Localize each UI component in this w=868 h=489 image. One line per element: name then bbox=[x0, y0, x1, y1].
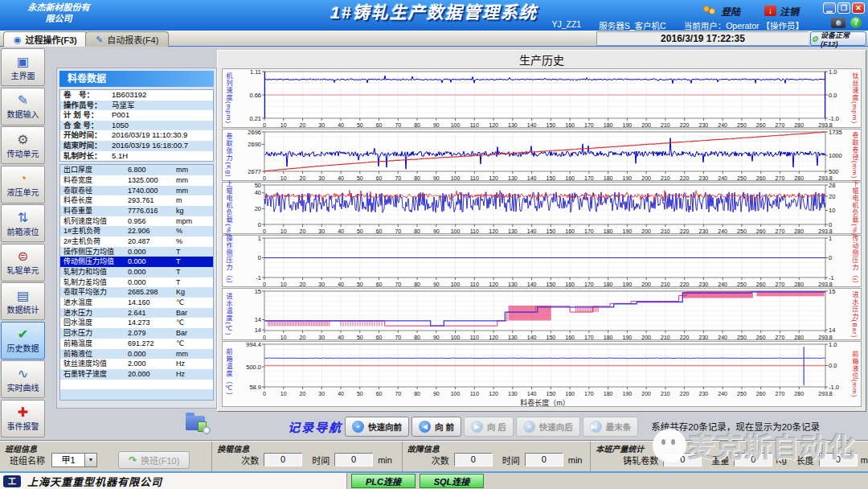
charts-container: 机列速度(mpm)钛丝速度(mpm)1.110.660.211.00.0-1.0… bbox=[222, 68, 862, 407]
record-nav-backward[interactable]: ◀向 前 bbox=[411, 417, 461, 437]
measurement-row[interactable]: 1#主机负荷22.906% bbox=[60, 226, 213, 236]
svg-text:140: 140 bbox=[527, 281, 537, 287]
screenshot-camera-icon[interactable] bbox=[831, 18, 845, 28]
coil-count-input[interactable]: 0 bbox=[663, 453, 702, 466]
sidebar-item-数据统计[interactable]: ▤数据统计 bbox=[1, 282, 45, 320]
length-input[interactable]: 0 bbox=[819, 453, 858, 466]
svg-text:110: 110 bbox=[470, 175, 479, 181]
plc-connection-button[interactable]: PLC连接 bbox=[351, 474, 416, 488]
svg-text:280: 280 bbox=[794, 281, 804, 287]
measurement-row[interactable]: 前箱液位0.000mm bbox=[60, 349, 213, 360]
device-status-button[interactable]: ⚙ 设备正常(F12) bbox=[810, 31, 866, 46]
login-users-icon bbox=[703, 6, 718, 16]
svg-text:260: 260 bbox=[756, 175, 766, 181]
measurement-row[interactable]: 轧制力和均值0.000T bbox=[60, 267, 213, 277]
measurement-row[interactable]: 料卷宽度1325.000mm bbox=[60, 175, 213, 186]
sidebar-item-主界面[interactable]: ▣主界面 bbox=[1, 48, 45, 86]
close-button[interactable]: ✕ bbox=[852, 2, 865, 14]
measurement-row[interactable]: 2#主机负荷20.487% bbox=[60, 236, 213, 247]
measurement-row[interactable]: 进水压力2.641Bar bbox=[60, 308, 213, 318]
svg-text:150: 150 bbox=[547, 335, 556, 340]
svg-text:80: 80 bbox=[414, 335, 420, 340]
change-shift-button[interactable]: ↷ 换班(F10) bbox=[118, 451, 190, 469]
svg-text:0: 0 bbox=[258, 221, 261, 228]
tab-auto-report[interactable]: ✎ 自动报表(F4) bbox=[85, 31, 169, 47]
measurement-row[interactable]: 卷取卷径1740.000mm bbox=[60, 186, 213, 196]
svg-text:180: 180 bbox=[604, 391, 613, 397]
svg-text:280: 280 bbox=[794, 175, 804, 181]
sidebar-item-历史数据[interactable]: ✔历史数据 bbox=[1, 322, 45, 360]
record-nav-fast-backward[interactable]: «快速向前 bbox=[345, 417, 409, 437]
svg-text:110: 110 bbox=[470, 335, 479, 340]
history-chart-headbox: 前箱温度（℃）前箱液位(mm)994.4500.058.91.00.0-1.00… bbox=[222, 341, 862, 407]
measurement-row[interactable]: 卷取平均张力2685.298Kg bbox=[60, 287, 213, 298]
wrench-icon: ⚙ bbox=[811, 35, 818, 43]
measurement-row[interactable]: 前箱温度691.272℃ bbox=[60, 339, 213, 349]
svg-text:110: 110 bbox=[470, 391, 479, 397]
measurement-row[interactable]: 出口厚度6.800mm bbox=[60, 165, 213, 175]
right-axis-label: 传动侧压力（t） bbox=[850, 234, 859, 287]
fault-time-input[interactable]: 0 bbox=[525, 453, 563, 466]
sidebar-item-轧辊单元[interactable]: ⊜轧辊单元 bbox=[1, 244, 45, 281]
history-title: 生产历史 bbox=[222, 52, 862, 68]
logout-button[interactable]: ↓ 注销 bbox=[764, 4, 799, 18]
shift-name-combo[interactable]: 甲1 ▼ bbox=[51, 453, 97, 467]
restore-button[interactable]: ❐ bbox=[837, 2, 850, 14]
svg-text:1.0: 1.0 bbox=[829, 69, 837, 76]
fault-count-input[interactable]: 0 bbox=[454, 453, 493, 466]
realtime-curve-icon: ∿ bbox=[18, 366, 28, 381]
svg-text:180: 180 bbox=[604, 281, 613, 287]
svg-text:180: 180 bbox=[604, 122, 613, 128]
sql-connection-button[interactable]: SQL连接 bbox=[420, 474, 484, 488]
measurement-row[interactable]: 钛丝速度均值2.000Hz bbox=[60, 359, 213, 369]
svg-text:0.66: 0.66 bbox=[249, 92, 261, 99]
coil-info-box: 卷 号：1B603192操作员号：马坚军计 划 号：P001合 金 号：1050… bbox=[59, 89, 214, 162]
measurement-row[interactable]: 回水压力2.079Bar bbox=[60, 328, 213, 339]
roll-change-count-input[interactable]: 0 bbox=[264, 453, 302, 466]
svg-text:20: 20 bbox=[300, 391, 306, 397]
svg-text:120: 120 bbox=[489, 228, 498, 234]
svg-text:160: 160 bbox=[565, 335, 575, 340]
measurement-row[interactable]: 传动侧压力均值0.000T bbox=[60, 257, 213, 267]
measurement-row[interactable]: 料卷重量7776.016kg bbox=[60, 206, 213, 216]
svg-text:230: 230 bbox=[699, 281, 709, 287]
tab-bar: ◉ 过程操作(F3) ✎ 自动报表(F4) 2016/3/19 17:22:35… bbox=[0, 31, 868, 47]
measurement-row[interactable]: 机列速度均值0.956mpm bbox=[60, 216, 213, 227]
sidebar-item-事件报警[interactable]: ✚事件报警 bbox=[1, 400, 45, 438]
svg-text:1: 1 bbox=[258, 236, 261, 242]
sidebar-item-液压单元[interactable]: ◔液压单元 bbox=[1, 166, 45, 203]
bottom-info-bar: 班组信息 班组名称 甲1 ▼ ↷ 换班(F10) 换辊信息 次数 0 时间 0 … bbox=[0, 441, 868, 471]
svg-text:40: 40 bbox=[338, 175, 344, 181]
measurement-row[interactable]: 操作侧压力均值0.000T bbox=[60, 247, 213, 257]
svg-text:170: 170 bbox=[584, 281, 594, 287]
measurement-row[interactable]: 进水温度14.160℃ bbox=[60, 298, 213, 308]
tab-process-operation[interactable]: ◉ 过程操作(F3) bbox=[3, 31, 88, 47]
login-button[interactable]: 登陆 bbox=[703, 4, 740, 18]
sidebar-item-实时曲线[interactable]: ∿实时曲线 bbox=[1, 360, 45, 398]
svg-text:100: 100 bbox=[451, 391, 461, 397]
sidebar-item-传动单元[interactable]: ⚙传动单元 bbox=[1, 126, 45, 164]
weight-input[interactable]: 0 bbox=[734, 453, 772, 466]
svg-text:220: 220 bbox=[680, 335, 690, 340]
svg-text:280: 280 bbox=[794, 335, 804, 340]
sidebar-item-数据输入[interactable]: ✎数据输入 bbox=[1, 88, 45, 125]
roll-change-time-input[interactable]: 0 bbox=[334, 453, 373, 466]
status-bar: 工 上海天重重型机器有限公司 PLC连接 SQL连接 bbox=[0, 471, 868, 489]
measurement-row[interactable]: 石墨转子速度20.000Hz bbox=[60, 369, 213, 380]
svg-text:500: 500 bbox=[829, 168, 839, 175]
history-chart-side-pressure: 操作侧压力（t）传动侧压力（t）10-110-10102030405060708… bbox=[222, 235, 862, 287]
measurement-row[interactable] bbox=[60, 389, 213, 400]
sidebar-item-前箱液位[interactable]: ⇅前箱液位 bbox=[1, 204, 45, 242]
help-icon[interactable]: ? bbox=[850, 17, 862, 28]
measurement-row[interactable]: 回水温度14.273℃ bbox=[60, 318, 213, 328]
combo-dropdown-icon[interactable]: ▼ bbox=[85, 453, 97, 467]
history-panel: 生产历史 机列速度(mpm)钛丝速度(mpm)1.110.660.211.00.… bbox=[217, 50, 866, 412]
svg-text:2677: 2677 bbox=[248, 168, 261, 175]
svg-text:250: 250 bbox=[737, 281, 747, 287]
fault-info-group: 故障信息 次数 0 时间 0 min bbox=[403, 442, 592, 471]
datetime-display: 2016/3/19 17:22:35 bbox=[596, 31, 809, 46]
measurement-row[interactable]: 轧制力差均值0.000T bbox=[60, 277, 213, 288]
minimize-button[interactable]: ▁ bbox=[823, 2, 836, 14]
measurement-row[interactable] bbox=[60, 380, 213, 390]
measurement-row[interactable]: 料卷长度293.761m bbox=[60, 195, 213, 206]
